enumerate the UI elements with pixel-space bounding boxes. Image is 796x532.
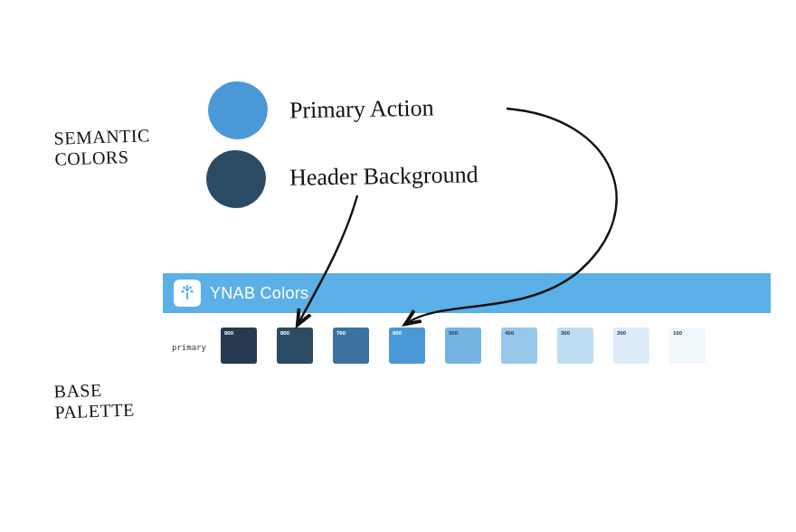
palette-row-name: primary (172, 343, 206, 352)
swatch-label: 600 (393, 330, 402, 336)
swatch-label: 400 (505, 330, 514, 336)
swatch-label: 200 (617, 330, 626, 336)
palette-title: YNAB Colors (210, 284, 308, 303)
mapping-arrows (0, 0, 796, 532)
swatch-300: 300 (557, 328, 593, 364)
swatch-900: 900 (221, 328, 257, 364)
swatch-label: 500 (449, 330, 458, 336)
header-background-swatch (206, 150, 266, 208)
header-background-label: Header Background (289, 161, 479, 192)
swatch-400: 400 (501, 328, 537, 364)
swatch-100: 100 (669, 328, 706, 364)
svg-point-5 (189, 287, 192, 290)
palette-swatch-row: 900800700600500400300200100 (221, 328, 706, 364)
swatch-800: 800 (277, 328, 313, 364)
swatch-label: 800 (280, 330, 289, 336)
primary-action-swatch (208, 81, 268, 139)
swatch-label: 700 (336, 330, 346, 336)
palette-header-bar: YNAB Colors (163, 273, 771, 313)
semantic-colors-annotation: SEMANTIC COLORS (53, 125, 151, 170)
swatch-700: 700 (333, 328, 369, 364)
swatch-200: 200 (613, 328, 649, 364)
ynab-logo-icon (174, 280, 201, 307)
swatch-500: 500 (445, 328, 481, 364)
svg-point-1 (185, 288, 189, 291)
svg-point-3 (190, 290, 193, 292)
svg-point-6 (186, 285, 189, 288)
swatch-600: 600 (389, 328, 425, 364)
swatch-label: 900 (224, 330, 233, 336)
svg-rect-0 (186, 292, 188, 299)
primary-action-label: Primary Action (289, 95, 434, 125)
svg-point-2 (181, 290, 184, 292)
svg-point-4 (183, 287, 185, 290)
swatch-label: 300 (561, 330, 570, 336)
base-palette-annotation: BASE PALETTE (53, 378, 135, 423)
swatch-label: 100 (673, 330, 682, 336)
